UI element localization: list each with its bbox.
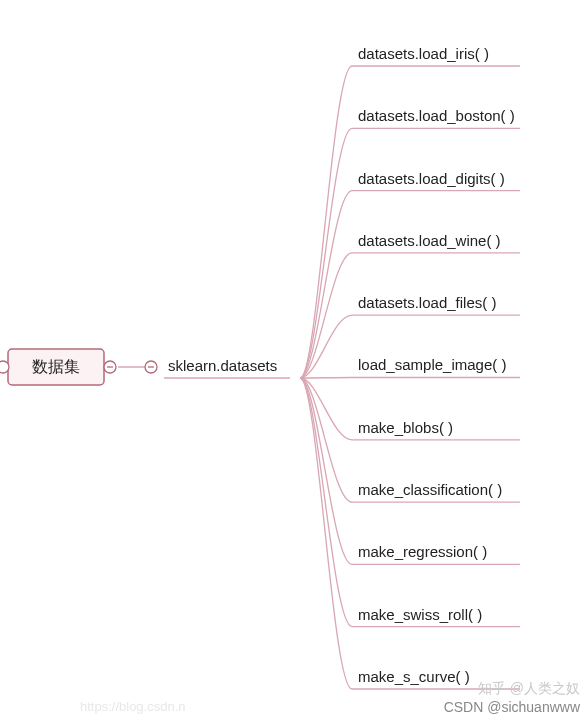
branch-to-leaf	[300, 315, 352, 378]
leaf-node-label[interactable]: datasets.load_files( )	[358, 294, 496, 311]
leaf-node-label[interactable]: make_s_curve( )	[358, 668, 470, 685]
mid-node-label[interactable]: sklearn.datasets	[168, 357, 277, 374]
leaf-node-label[interactable]: make_swiss_roll( )	[358, 606, 482, 623]
watermark-zhihu: 知乎 @人类之奴	[478, 680, 580, 696]
leaf-node-label[interactable]: datasets.load_iris( )	[358, 45, 489, 62]
branch-to-leaf	[300, 66, 352, 378]
leaf-node-label[interactable]: datasets.load_wine( )	[358, 232, 501, 249]
root-label: 数据集	[32, 358, 80, 375]
mindmap-diagram: 数据集sklearn.datasetsdatasets.load_iris( )…	[0, 0, 586, 721]
branch-to-leaf	[300, 378, 352, 379]
watermark-blog: https://blog.csdn.n	[80, 699, 186, 714]
branch-to-leaf	[300, 378, 352, 440]
leaf-node-label[interactable]: make_blobs( )	[358, 419, 453, 436]
branch-to-leaf	[300, 128, 352, 378]
leaf-node-label[interactable]: make_regression( )	[358, 543, 487, 560]
watermark-csdn: CSDN @sichuanwww	[444, 699, 581, 715]
leaf-node-label[interactable]: make_classification( )	[358, 481, 502, 498]
branch-to-leaf	[300, 378, 352, 689]
leaf-node-label[interactable]: datasets.load_boston( )	[358, 107, 515, 124]
leaf-node-label[interactable]: datasets.load_digits( )	[358, 170, 505, 187]
expand-handle-icon[interactable]	[0, 361, 9, 373]
leaf-node-label[interactable]: load_sample_image( )	[358, 356, 506, 373]
branch-to-leaf	[300, 378, 352, 627]
